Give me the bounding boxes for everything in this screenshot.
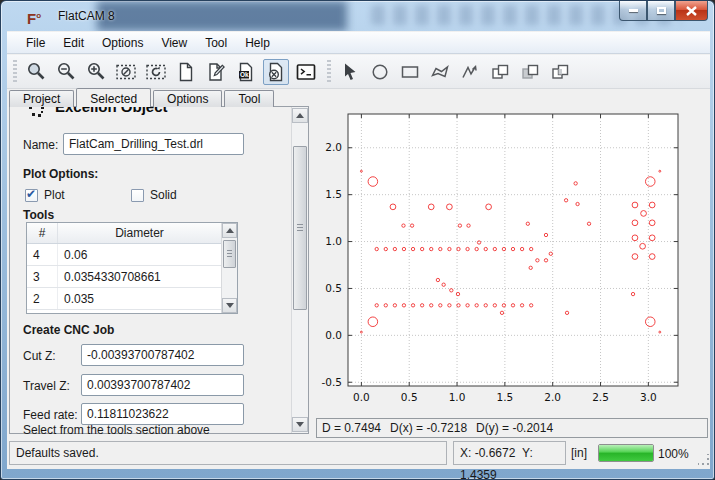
triangle-up-icon [226, 228, 234, 233]
cutz-field[interactable]: -0.00393700787402 [81, 344, 244, 366]
draw-path-button[interactable] [457, 59, 483, 85]
create-cnc-job-label: Create CNC Job [23, 323, 114, 337]
subtract-button[interactable] [517, 59, 543, 85]
panel-title: Excellon Object [55, 107, 168, 115]
menu-help[interactable]: Help [236, 33, 279, 53]
minimize-button[interactable] [619, 1, 647, 21]
plot-area[interactable]: 0.00.51.01.52.02.53.0-0.50.00.51.01.52.0 [313, 93, 710, 418]
progress-fill [599, 445, 653, 461]
toolbar-grip-2[interactable] [327, 60, 331, 84]
progress-bar [598, 444, 654, 462]
ok-file-icon: Ok [235, 61, 257, 83]
clear-plot-button[interactable] [113, 59, 139, 85]
tools-table-header[interactable]: # Diameter [27, 223, 221, 244]
table-row[interactable]: 4 0.06 [27, 244, 221, 266]
drill-plot-canvas[interactable]: 0.00.51.01.52.02.53.0-0.50.00.51.01.52.0 [313, 93, 710, 418]
tools-hint-text: Select from the tools section above [23, 423, 210, 434]
scroll-down-arrow[interactable] [292, 417, 308, 432]
edit-object-button[interactable] [203, 59, 229, 85]
union-button[interactable] [487, 59, 513, 85]
svg-text:1.0: 1.0 [325, 235, 342, 247]
replot-button[interactable] [143, 59, 169, 85]
distance-value: D = 0.7494 [322, 421, 381, 435]
select-pointer-button[interactable] [337, 59, 363, 85]
scroll-up-arrow[interactable] [292, 108, 308, 123]
zoom-in-button[interactable] [83, 59, 109, 85]
table-scrollbar[interactable] [221, 223, 237, 313]
tool-number: 3 [27, 266, 58, 287]
tab-selected[interactable]: Selected [76, 88, 151, 107]
shell-icon [295, 61, 317, 83]
zoom-in-icon [85, 61, 107, 83]
draw-rectangle-button[interactable] [397, 59, 423, 85]
ok-file-button[interactable]: Ok [233, 59, 259, 85]
glass-reflection-dark [97, 1, 347, 31]
intersect-button[interactable] [547, 59, 573, 85]
table-row[interactable]: 3 0.0354330708661 [27, 266, 221, 288]
svg-text:1.0: 1.0 [449, 391, 466, 403]
dx-value: D(x) = -0.7218 [390, 421, 467, 435]
draw-circle-button[interactable] [367, 59, 393, 85]
clear-plot-icon [115, 61, 137, 83]
plot-options-label: Plot Options: [23, 167, 98, 181]
triangle-down-icon [296, 422, 304, 427]
feedrate-field[interactable]: 0.11811023622 [81, 403, 244, 425]
menu-view[interactable]: View [152, 33, 196, 53]
solid-checkbox[interactable]: Solid [131, 188, 177, 202]
resize-grip-icon[interactable] [698, 454, 710, 466]
plot-checkbox[interactable]: Plot [25, 188, 65, 202]
panel-scroll-content: Excellon Object Name: FlatCam_Drilling_T… [11, 107, 291, 434]
svg-text:-0.5: -0.5 [322, 376, 343, 388]
toolbar-grip[interactable] [13, 60, 17, 84]
menu-file[interactable]: File [17, 33, 54, 53]
dy-value: D(y) = -0.2014 [476, 421, 553, 435]
svg-text:2.5: 2.5 [592, 391, 609, 403]
col-header-number[interactable]: # [27, 223, 58, 243]
checkbox-unchecked-icon [131, 189, 144, 202]
title-bar[interactable]: Fo FlatCAM 8 [1, 1, 715, 31]
flatcam-logo-icon: Fo [27, 7, 47, 24]
draw-path-icon [459, 61, 481, 83]
tab-project[interactable]: Project [9, 90, 74, 107]
new-file-icon [175, 61, 197, 83]
toolbar: Ok [7, 55, 710, 89]
flatcam-window: Fo FlatCAM 8 File Edit Options View Tool… [0, 0, 715, 480]
maximize-button[interactable] [647, 1, 675, 21]
excellon-object-icon [28, 107, 46, 119]
tab-options[interactable]: Options [153, 90, 222, 107]
checkbox-checked-icon [25, 189, 38, 202]
new-file-button[interactable] [173, 59, 199, 85]
scrollbar-thumb[interactable] [293, 146, 307, 310]
shell-button[interactable] [293, 59, 319, 85]
name-field[interactable]: FlatCam_Drilling_Test.drl [63, 133, 244, 155]
feedrate-label: Feed rate: [23, 408, 78, 422]
minimize-icon [629, 9, 638, 12]
scroll-up-arrow[interactable] [222, 223, 237, 238]
tab-tool[interactable]: Tool [224, 90, 274, 107]
table-row[interactable]: 2 0.035 [27, 288, 221, 310]
intersect-icon [549, 61, 571, 83]
travelz-field[interactable]: 0.00393700787402 [81, 374, 244, 396]
zoom-fit-button[interactable] [23, 59, 49, 85]
tools-table: # Diameter 4 0.06 3 0.0354330708661 2 0.… [26, 222, 238, 314]
status-message: Defaults saved. [9, 441, 447, 465]
tool-diameter: 0.06 [58, 244, 221, 265]
col-header-diameter[interactable]: Diameter [58, 223, 221, 243]
union-icon [489, 61, 511, 83]
draw-polygon-button[interactable] [427, 59, 453, 85]
cancel-edit-button[interactable] [263, 59, 289, 85]
tool-number: 2 [27, 288, 58, 309]
cancel-edit-icon [265, 61, 287, 83]
scrollbar-thumb[interactable] [223, 240, 236, 268]
maximize-icon [657, 7, 666, 14]
cutz-label: Cut Z: [23, 349, 56, 363]
menu-options[interactable]: Options [93, 33, 152, 53]
close-button[interactable] [675, 1, 708, 21]
menu-tool[interactable]: Tool [196, 33, 236, 53]
solid-checkbox-label: Solid [150, 188, 177, 202]
svg-text:0.0: 0.0 [325, 329, 342, 341]
menu-edit[interactable]: Edit [54, 33, 93, 53]
zoom-out-button[interactable] [53, 59, 79, 85]
panel-scrollbar[interactable] [291, 107, 308, 433]
scroll-down-arrow[interactable] [222, 298, 237, 313]
